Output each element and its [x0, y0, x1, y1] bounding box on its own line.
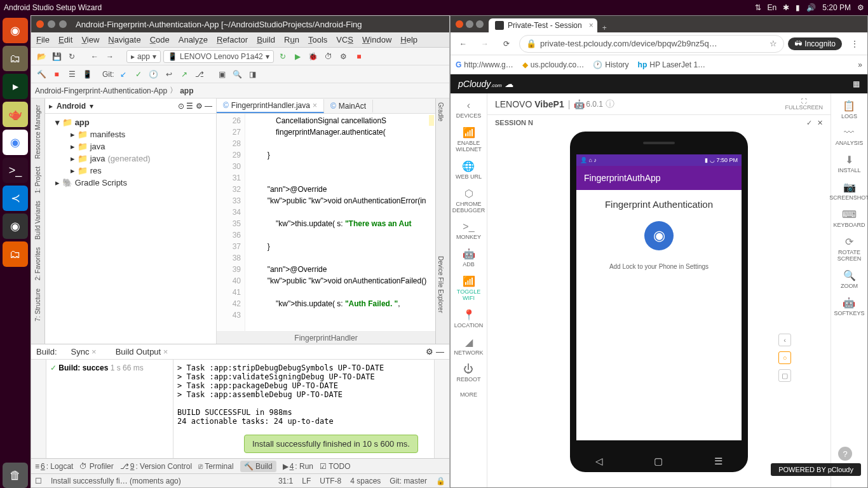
rail-zoom[interactable]: 🔍ZOOM	[839, 266, 859, 293]
rail-analysis[interactable]: 〰ANALYSIS	[834, 123, 864, 150]
android-studio-button[interactable]: ▸	[3, 74, 28, 99]
debug-icon[interactable]: 🐞	[307, 50, 320, 63]
close-icon[interactable]	[36, 20, 44, 28]
rail-screenshot[interactable]: 📷SCREENSHOT	[828, 177, 868, 205]
grid-icon[interactable]: ▦	[853, 79, 860, 88]
menu-window[interactable]: Window	[362, 35, 391, 44]
menu-build[interactable]: Build	[257, 35, 275, 44]
reload-button[interactable]: ⟳	[498, 35, 515, 53]
rail-location[interactable]: 📍LOCATION	[453, 305, 484, 332]
tab-version-control[interactable]: ⎇ 9: Version Control	[120, 462, 192, 471]
git-update-icon[interactable]: ↙	[117, 68, 130, 81]
gear-icon[interactable]: ⚙	[857, 3, 864, 12]
tab-gradle[interactable]: Gradle	[436, 98, 445, 125]
menu-analyze[interactable]: Analyze	[179, 35, 208, 44]
sync-icon[interactable]: ↻	[65, 50, 78, 63]
chrome-button[interactable]: ◉	[3, 130, 28, 155]
project-gear-icon[interactable]: ⊙ ☰ ⚙ —	[178, 102, 212, 111]
sc-square[interactable]: ▢	[778, 369, 791, 382]
tab-resource-manager[interactable]: Resource Manager	[33, 101, 43, 163]
rail-keyboard[interactable]: ⌨KEYBOARD	[832, 205, 866, 232]
project-header[interactable]: ▸Android▾ ⊙ ☰ ⚙ —	[45, 98, 216, 114]
terminal-button[interactable]: >_	[3, 158, 28, 183]
bookmark-history[interactable]: 🕐History	[593, 60, 628, 69]
as-titlebar[interactable]: Android-Fingerprint-Authentication-App […	[31, 16, 449, 32]
minimize-icon[interactable]	[48, 20, 55, 28]
menu-run[interactable]: Run	[284, 35, 299, 44]
player-button[interactable]: ◉	[3, 214, 28, 239]
menu-edit[interactable]: Edit	[58, 35, 72, 44]
tab-build-variants[interactable]: Build Variants	[33, 197, 43, 243]
files-button[interactable]: 🗂	[3, 46, 28, 71]
teapot-button[interactable]: 🫖	[3, 102, 28, 127]
tab-device-explorer[interactable]: Device File Explorer	[436, 252, 445, 316]
rail-toggle-wifi[interactable]: 📶TOGGLE WIFI	[451, 271, 487, 305]
forward-button[interactable]: →	[476, 35, 494, 53]
tab-build[interactable]: 🔨 Build	[240, 461, 276, 472]
rail-rotate-screen[interactable]: ⟳ROTATE SCREEN	[831, 232, 867, 266]
menu-navigate[interactable]: Navigate	[108, 35, 140, 44]
device-selector[interactable]: 📱 LENOVO Lenovo P1a42 ▾	[163, 50, 274, 63]
tab-mainact[interactable]: ©MainAct	[324, 100, 373, 112]
layout-icon[interactable]: ▣	[216, 68, 229, 81]
tab-terminal[interactable]: ⎚ Terminal	[198, 462, 233, 471]
tab-fingerprinthandler[interactable]: ©FingerprintHandler.java×	[217, 99, 324, 113]
check-icon[interactable]: ✓	[806, 119, 812, 127]
rail-adb[interactable]: 🤖ADB	[461, 244, 477, 271]
git-revert-icon[interactable]: ↩	[163, 68, 175, 81]
run-config-selector[interactable]: ▸ app ▾	[126, 50, 161, 63]
rail-more[interactable]: MORE	[459, 386, 478, 402]
home-softkey[interactable]: ▢	[654, 456, 663, 467]
volume-icon[interactable]: 🔊	[806, 3, 816, 12]
build-gear-icon[interactable]: ⚙ —	[426, 347, 444, 356]
avd-icon[interactable]: 📱	[81, 68, 93, 81]
browser-tab[interactable]: Private-Test - Session ×	[489, 18, 597, 32]
run-icon[interactable]: ▶	[292, 50, 304, 63]
tree-java-gen[interactable]: ▸ 📁 java (generated)	[48, 152, 214, 165]
menu-view[interactable]: View	[81, 35, 99, 44]
build-tab-sync[interactable]: Sync ×	[66, 346, 102, 358]
omnibox[interactable]: 🔒 private-test.pcloudy.com/device/bpqw2b…	[519, 35, 784, 53]
close-session-icon[interactable]: ✕	[817, 119, 823, 127]
save-icon[interactable]: 💾	[50, 50, 63, 63]
crumb-module[interactable]: app	[180, 86, 193, 95]
browser-titlebar[interactable]: Private-Test - Session × +	[451, 16, 867, 32]
rail-enable-wildnet[interactable]: 📶ENABLE WILDNET	[451, 123, 487, 156]
fingerprint-icon[interactable]: ◉	[644, 221, 674, 250]
menu-file[interactable]: File	[36, 35, 50, 44]
editor-breadcrumb[interactable]: FingerprintHandler	[217, 331, 435, 344]
rail-web-url[interactable]: 🌐WEB URL	[454, 156, 483, 184]
stop2-icon[interactable]: ■	[50, 68, 63, 81]
rail-reboot[interactable]: ⏻REBOOT	[455, 360, 482, 386]
tree-manifests[interactable]: ▸ 📁 manifests	[48, 128, 214, 140]
rail-install[interactable]: ⬇INSTALL	[837, 150, 862, 177]
git-push-icon[interactable]: ↗	[178, 68, 191, 81]
git-history-icon[interactable]: 🕐	[147, 68, 160, 81]
star-icon[interactable]: ☆	[770, 39, 777, 48]
rail-monkey[interactable]: >_MONKEY	[455, 217, 482, 244]
new-tab-button[interactable]: +	[602, 24, 607, 32]
devices-button[interactable]: ‹DEVICES	[455, 96, 483, 123]
rail-logs[interactable]: 📋LOGS	[840, 96, 858, 123]
dash-button[interactable]: ◉	[3, 18, 28, 43]
back-button[interactable]: ←	[454, 35, 472, 53]
bluetooth-icon[interactable]: ✱	[783, 3, 789, 12]
menu-help[interactable]: Help	[400, 35, 417, 44]
sc-circle[interactable]: ○	[778, 351, 791, 364]
menu-refactor[interactable]: Refactor	[217, 35, 248, 44]
tab-favorites[interactable]: 2: Favorites	[33, 243, 43, 284]
build-tree[interactable]: ✓ Build: succes 1 s 66 ms	[46, 360, 173, 458]
tab-structure[interactable]: 7: Structure	[33, 285, 43, 325]
forward-icon[interactable]: →	[104, 50, 116, 63]
tab-run[interactable]: ▶ 4: Run	[283, 462, 313, 471]
menu-button[interactable]: ⋮	[846, 35, 864, 53]
menu-code[interactable]: Code	[150, 35, 170, 44]
rail-softkeys[interactable]: 🤖SOFTKEYS	[832, 293, 865, 320]
lang-indicator[interactable]: En	[768, 3, 777, 12]
git-commit-icon[interactable]: ✓	[132, 68, 145, 81]
status-enc[interactable]: UTF-8	[320, 477, 341, 485]
status-lock-icon[interactable]: 🔒	[436, 477, 445, 485]
filemanager-button[interactable]: 🗂	[3, 241, 28, 267]
help-button[interactable]: ?	[838, 447, 852, 461]
tree-gradle[interactable]: ▸ 🐘 Gradle Scripts	[48, 177, 214, 189]
